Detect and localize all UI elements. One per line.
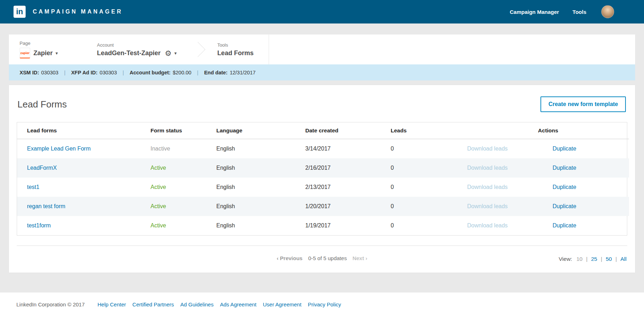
linkedin-logo-icon: in xyxy=(14,6,26,18)
footer-link-help-center[interactable]: Help Center xyxy=(97,301,126,307)
download-leads-link[interactable]: Download leads xyxy=(467,165,508,171)
column-header-lead-forms: Lead forms xyxy=(17,122,151,139)
column-header-language: Language xyxy=(216,122,305,139)
form-date-created: 2/13/2017 xyxy=(305,184,331,190)
card-header: Lead Forms Create new form template xyxy=(9,85,635,122)
user-avatar[interactable] xyxy=(601,5,614,18)
table-row: Example Lead Gen Form Inactive English 3… xyxy=(17,139,629,159)
caret-left-icon: ‹ xyxy=(277,255,279,261)
view-separator: | xyxy=(601,256,602,262)
table-row: LeadFormX Active English 2/16/2017 0 Dow… xyxy=(17,158,629,178)
end-date-value: 12/31/2017 xyxy=(230,70,256,75)
form-status: Active xyxy=(151,203,166,209)
view-option-50[interactable]: 50 xyxy=(606,256,612,262)
form-status: Active xyxy=(151,184,166,190)
footer-link-privacy-policy[interactable]: Privacy Policy xyxy=(308,301,341,307)
brand[interactable]: in CAMPAIGN MANAGER xyxy=(14,6,123,18)
footer-link-certified-partners[interactable]: Certified Partners xyxy=(132,301,174,307)
lead-form-link[interactable]: test1form xyxy=(27,222,51,228)
linkedin-logo-text: in xyxy=(16,8,23,16)
duplicate-link[interactable]: Duplicate xyxy=(553,222,576,228)
lead-form-link[interactable]: Example Lead Gen Form xyxy=(27,146,91,152)
xsm-id-label: XSM ID: xyxy=(20,70,39,75)
lead-forms-table: Lead forms Form status Language Date cre… xyxy=(17,122,627,236)
next-button[interactable]: Next› xyxy=(353,255,369,261)
lead-form-link[interactable]: regan test form xyxy=(27,203,65,209)
view-separator: | xyxy=(586,256,587,262)
app-title: CAMPAIGN MANAGER xyxy=(33,9,123,15)
form-leads-count: 0 xyxy=(391,184,394,190)
nav-campaign-manager[interactable]: Campaign Manager xyxy=(510,9,559,15)
xsm-id-value: 030303 xyxy=(41,70,58,75)
download-leads-link[interactable]: Download leads xyxy=(467,184,508,190)
breadcrumb-account[interactable]: Account LeadGen-Test-Zapier ⚙ ▾ xyxy=(97,42,177,57)
footer-link-ad-guidelines[interactable]: Ad Guidelines xyxy=(180,301,213,307)
account-info-bar: XSM ID: 030303 | XFP Ad ID: 030303 | Acc… xyxy=(9,64,635,80)
account-label: Account xyxy=(97,42,177,48)
view-label: View: xyxy=(559,256,572,262)
footer-link-ads-agreement[interactable]: Ads Agreement xyxy=(220,301,257,307)
pagination: ‹Previous 0-5 of 5 updates Next› xyxy=(275,255,369,261)
form-date-created: 1/19/2017 xyxy=(305,222,331,228)
gear-icon[interactable]: ⚙ xyxy=(165,49,171,57)
caret-right-icon: › xyxy=(365,255,367,261)
view-selector: View: 10 | 25 | 50 | All xyxy=(559,256,627,262)
top-navbar: in CAMPAIGN MANAGER Campaign Manager Too… xyxy=(0,0,644,23)
breadcrumb-tools: Tools Lead Forms xyxy=(217,42,254,57)
card-footer: ‹Previous 0-5 of 5 updates Next› View: 1… xyxy=(17,246,627,272)
footer-link-user-agreement[interactable]: User Agreement xyxy=(263,301,301,307)
info-separator: | xyxy=(197,70,199,75)
duplicate-link[interactable]: Duplicate xyxy=(553,184,576,190)
next-label: Next xyxy=(353,255,364,261)
form-date-created: 3/14/2017 xyxy=(305,146,331,152)
column-header-date-created: Date created xyxy=(305,122,391,139)
form-status: Active xyxy=(151,165,166,171)
form-language: English xyxy=(216,184,235,190)
nav-tools[interactable]: Tools xyxy=(572,9,586,15)
column-header-leads: Leads xyxy=(391,122,467,139)
table-header-row: Lead forms Form status Language Date cre… xyxy=(17,122,629,139)
view-separator: | xyxy=(616,256,617,262)
duplicate-link[interactable]: Duplicate xyxy=(553,203,576,209)
info-separator: | xyxy=(122,70,124,75)
breadcrumb: Page zapier Zapier ▾ Account LeadGen-Tes… xyxy=(9,35,635,64)
chevron-down-icon[interactable]: ▾ xyxy=(56,51,58,56)
download-leads-link[interactable]: Download leads xyxy=(467,203,508,209)
duplicate-link[interactable]: Duplicate xyxy=(553,165,576,171)
info-separator: | xyxy=(64,70,65,75)
chevron-down-icon[interactable]: ▾ xyxy=(174,51,177,56)
view-option-all[interactable]: All xyxy=(621,256,627,262)
page-footer: LinkedIn Corporation © 2017 Help Center … xyxy=(0,293,644,316)
view-option-25[interactable]: 25 xyxy=(591,256,597,262)
top-nav: Campaign Manager Tools xyxy=(496,5,614,18)
form-status: Inactive xyxy=(151,146,170,152)
breadcrumb-divider xyxy=(269,35,269,64)
account-budget-value: $200.00 xyxy=(173,70,191,75)
account-budget-label: Account budget: xyxy=(130,70,170,75)
form-leads-count: 0 xyxy=(391,203,394,209)
copyright-text: LinkedIn Corporation © 2017 xyxy=(16,301,85,307)
download-leads-link[interactable]: Download leads xyxy=(467,146,508,152)
table-row: test1 Active English 2/13/2017 0 Downloa… xyxy=(17,178,629,197)
pagination-range: 0-5 of 5 updates xyxy=(308,255,347,261)
view-option-10[interactable]: 10 xyxy=(576,256,582,262)
form-date-created: 2/16/2017 xyxy=(305,165,331,171)
lead-form-link[interactable]: test1 xyxy=(27,184,39,190)
lead-form-link[interactable]: LeadFormX xyxy=(27,165,57,171)
form-date-created: 1/20/2017 xyxy=(305,203,331,209)
download-leads-link[interactable]: Download leads xyxy=(467,222,508,228)
zapier-logo: zapier xyxy=(20,48,30,58)
column-header-actions: Actions xyxy=(467,122,629,139)
page-value: Zapier xyxy=(33,49,53,57)
table-row: regan test form Active English 1/20/2017… xyxy=(17,197,629,216)
breadcrumb-chevron-separator xyxy=(190,42,205,57)
form-leads-count: 0 xyxy=(391,146,394,152)
page-title: Lead Forms xyxy=(17,99,67,110)
create-new-form-template-button[interactable]: Create new form template xyxy=(540,96,626,112)
duplicate-link[interactable]: Duplicate xyxy=(553,146,576,152)
breadcrumb-page[interactable]: Page zapier Zapier ▾ xyxy=(20,41,58,58)
previous-button[interactable]: ‹Previous xyxy=(275,255,302,261)
xfp-ad-id-label: XFP Ad ID: xyxy=(71,70,97,75)
tools-label: Tools xyxy=(217,42,254,48)
end-date-label: End date: xyxy=(204,70,228,75)
